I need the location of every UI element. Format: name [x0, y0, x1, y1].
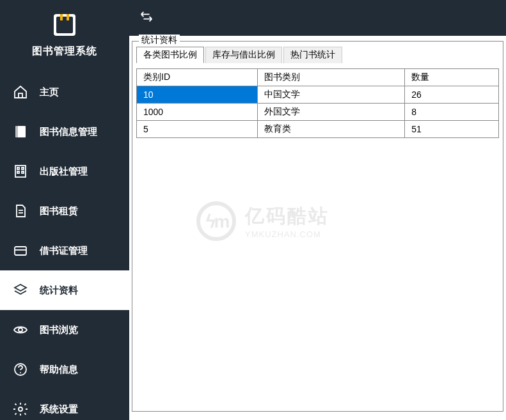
stats-groupbox: 统计资料 各类图书比例库存与借出比例热门书统计 类别ID图书类别数量 10中国文… [132, 41, 503, 412]
sidebar-item-label: 主页 [40, 86, 59, 98]
tab-0[interactable]: 各类图书比例 [136, 47, 204, 63]
sidebar-item-label: 图书租赁 [40, 205, 78, 217]
svg-rect-9 [22, 167, 24, 169]
sidebar-item-layers[interactable]: 统计资料 [0, 270, 129, 310]
tab-2[interactable]: 热门书统计 [283, 47, 342, 63]
table-cell: 51 [405, 121, 499, 138]
watermark-main: 亿码酷站 [245, 203, 329, 229]
tabs-bar: 各类图书比例库存与借出比例热门书统计 [132, 42, 503, 63]
svg-rect-4 [19, 93, 22, 98]
gear-icon [13, 401, 28, 417]
table-cell: 1000 [137, 104, 258, 121]
book-icon [13, 124, 28, 139]
topbar [129, 0, 506, 36]
sidebar-item-help[interactable]: 帮助信息 [0, 350, 129, 389]
svg-rect-3 [67, 14, 69, 20]
svg-rect-11 [22, 171, 24, 173]
app-name: 图书管理系统 [32, 45, 97, 58]
table-cell: 外国文学 [257, 104, 405, 121]
svg-point-16 [19, 328, 22, 332]
svg-point-19 [19, 407, 22, 411]
main-area: 统计资料 各类图书比例库存与借出比例热门书统计 类别ID图书类别数量 10中国文… [129, 0, 506, 420]
eye-icon [13, 322, 28, 338]
sidebar-item-label: 系统设置 [40, 403, 78, 416]
watermark: ϟm 亿码酷站 YMKUZHAN.COM [196, 201, 329, 241]
svg-rect-14 [15, 247, 26, 255]
card-icon [13, 243, 28, 258]
table-row[interactable]: 10中国文学26 [137, 86, 499, 104]
swap-icon[interactable] [139, 10, 154, 26]
svg-rect-10 [17, 171, 19, 173]
sidebar-item-book[interactable]: 图书信息管理 [0, 112, 129, 152]
table-cell: 8 [405, 104, 499, 121]
watermark-logo-icon: ϟm [196, 201, 236, 241]
svg-rect-1 [56, 17, 73, 33]
watermark-sub: YMKUZHAN.COM [245, 229, 329, 239]
table-cell: 5 [137, 121, 258, 138]
help-icon [13, 362, 28, 377]
table-header-2[interactable]: 数量 [405, 69, 499, 86]
groupbox-title: 统计资料 [139, 35, 180, 46]
sidebar-item-label: 借书证管理 [40, 245, 88, 257]
table-cell: 26 [405, 86, 499, 104]
table-header-1[interactable]: 图书类别 [257, 69, 405, 86]
tab-1[interactable]: 库存与借出比例 [205, 47, 282, 63]
layers-icon [13, 283, 28, 298]
table-cell: 教育类 [257, 121, 405, 138]
table-row[interactable]: 1000外国文学8 [137, 104, 499, 121]
sidebar-item-home[interactable]: 主页 [0, 72, 129, 112]
stats-table: 类别ID图书类别数量 10中国文学261000外国文学85教育类51 [136, 68, 499, 138]
logo-area: 图书管理系统 [0, 0, 129, 72]
table-cell: 10 [137, 86, 258, 104]
app-logo-icon [51, 12, 78, 38]
table-cell: 中国文学 [257, 86, 405, 104]
sidebar-item-label: 图书浏览 [40, 324, 78, 336]
sidebar-item-building[interactable]: 出版社管理 [0, 152, 129, 191]
svg-rect-2 [60, 14, 63, 20]
sidebar-item-label: 帮助信息 [40, 364, 78, 376]
sidebar-item-document[interactable]: 图书租赁 [0, 191, 129, 231]
sidebar-item-label: 出版社管理 [40, 166, 88, 178]
document-icon [13, 203, 28, 219]
svg-point-18 [20, 372, 21, 373]
sidebar-item-gear[interactable]: 系统设置 [0, 389, 129, 420]
sidebar-item-card[interactable]: 借书证管理 [0, 231, 129, 270]
table-row[interactable]: 5教育类51 [137, 121, 499, 138]
sidebar: 图书管理系统 主页图书信息管理出版社管理图书租赁借书证管理统计资料图书浏览帮助信… [0, 0, 129, 420]
table-header-0[interactable]: 类别ID [137, 69, 258, 86]
building-icon [13, 164, 28, 179]
sidebar-nav: 主页图书信息管理出版社管理图书租赁借书证管理统计资料图书浏览帮助信息系统设置 [0, 72, 129, 420]
content-area: 统计资料 各类图书比例库存与借出比例热门书统计 类别ID图书类别数量 10中国文… [129, 36, 506, 420]
sidebar-item-eye[interactable]: 图书浏览 [0, 310, 129, 350]
svg-rect-6 [15, 126, 18, 137]
svg-rect-8 [17, 167, 19, 169]
home-icon [13, 84, 28, 100]
sidebar-item-label: 统计资料 [40, 284, 78, 297]
sidebar-item-label: 图书信息管理 [40, 126, 97, 138]
